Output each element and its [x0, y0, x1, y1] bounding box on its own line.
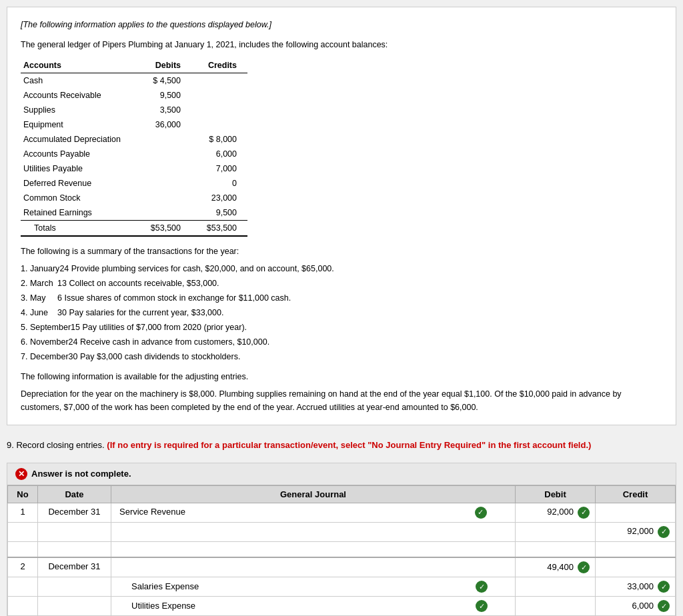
incomplete-icon: ✕ — [15, 468, 27, 480]
balance-account: Deferred Revenue — [21, 176, 141, 191]
entry-no — [8, 597, 38, 616]
table-row: 2December 31✓ — [8, 557, 676, 577]
th-credit: Credit — [596, 485, 676, 503]
txn-content: 13 Collect on accounts receivable, $53,0… — [57, 277, 662, 290]
col-header-debits: Debits — [141, 58, 194, 73]
balance-credit: 0 — [194, 176, 247, 191]
txn-content: 30 Pay salaries for the current year, $3… — [57, 306, 662, 319]
table-row: ✓✓ — [8, 597, 676, 616]
balance-credit: 7,000 — [194, 161, 247, 176]
entry-credit[interactable]: ✓ — [596, 597, 676, 616]
balance-debit: $53,500 — [141, 221, 194, 237]
balance-credit: 23,000 — [194, 191, 247, 205]
check-green-icon: ✓ — [475, 507, 487, 519]
entry-credit[interactable] — [596, 503, 676, 522]
balance-account: Accounts Payable — [21, 147, 141, 161]
th-gj: General Journal — [111, 485, 516, 503]
balance-credit: 9,500 — [194, 205, 247, 221]
debit-input[interactable] — [526, 562, 574, 572]
entry-no — [8, 522, 38, 541]
entry-account[interactable] — [111, 557, 516, 577]
balance-table: Accounts Debits Credits Cash$ 4,500Accou… — [21, 58, 247, 237]
entry-date: December 31 — [38, 557, 111, 577]
entry-date — [38, 577, 111, 597]
col-header-accounts: Accounts — [21, 58, 141, 73]
entry-account[interactable]: ✓ — [111, 597, 516, 616]
balance-debit — [141, 132, 194, 147]
empty-row — [8, 541, 676, 557]
question-text: 9. Record closing entries. (If no entry … — [7, 439, 676, 452]
txn-num: 3. May — [21, 291, 57, 305]
balance-debit: 9,500 — [141, 88, 194, 103]
balance-debit: $ 4,500 — [141, 73, 194, 89]
question-bold-red: (If no entry is required for a particula… — [107, 440, 591, 450]
entry-debit[interactable] — [516, 577, 596, 597]
entry-account[interactable]: ✓ — [111, 577, 516, 597]
balance-credit — [194, 88, 247, 103]
journal-table: No Date General Journal Debit Credit 1De… — [7, 485, 676, 617]
th-date: Date — [38, 485, 111, 503]
answer-container: ✕ Answer is not complete. No Date Genera… — [7, 463, 676, 617]
txn-num: 7. December — [21, 350, 69, 363]
transactions-section: The following is a summary of the transa… — [21, 245, 662, 363]
entry-account[interactable] — [111, 522, 516, 541]
txn-content: 24 Provide plumbing services for cash, $… — [59, 262, 662, 275]
transaction-row: 3. May6 Issue shares of common stock in … — [21, 291, 662, 305]
th-debit: Debit — [516, 485, 596, 503]
transaction-row: 4. June30 Pay salaries for the current y… — [21, 306, 662, 319]
debit-input[interactable] — [526, 507, 574, 517]
entry-credit[interactable]: ✓ — [596, 522, 676, 541]
transaction-row: 6. November24 Receive cash in advance fr… — [21, 335, 662, 349]
info-intro: The general ledger of Pipers Plumbing at… — [21, 38, 662, 51]
page-wrapper: [The following information applies to th… — [0, 0, 683, 616]
transaction-row: 2. March13 Collect on accounts receivabl… — [21, 277, 662, 290]
question-number: 9. — [7, 440, 14, 450]
entry-debit[interactable] — [516, 522, 596, 541]
entry-date — [38, 522, 111, 541]
balance-credit — [194, 73, 247, 89]
entry-debit[interactable]: ✓ — [516, 557, 596, 577]
account-input[interactable] — [131, 581, 472, 591]
balance-credit — [194, 103, 247, 117]
txn-content: 30 Pay $3,000 cash dividends to stockhol… — [69, 350, 662, 363]
credit-input[interactable] — [606, 601, 654, 611]
table-row: ✓✓ — [8, 577, 676, 597]
entry-debit[interactable]: ✓ — [516, 503, 596, 522]
entry-debit[interactable] — [516, 597, 596, 616]
transaction-row: 1. January24 Provide plumbing services f… — [21, 262, 662, 275]
adjusting-text: Depreciation for the year on the machine… — [21, 387, 662, 414]
balance-account: Equipment — [21, 117, 141, 132]
th-no: No — [8, 485, 38, 503]
transaction-row: 7. December30 Pay $3,000 cash dividends … — [21, 350, 662, 363]
balance-debit: 3,500 — [141, 103, 194, 117]
balance-account: Common Stock — [21, 191, 141, 205]
table-row: 1December 31✓✓ — [8, 503, 676, 522]
account-input[interactable] — [131, 601, 472, 611]
entry-date: December 31 — [38, 503, 111, 522]
adjusting-section: The following information is available f… — [21, 370, 662, 414]
balance-debit — [141, 191, 194, 205]
balance-account: Utilities Payable — [21, 161, 141, 176]
transactions-header: The following is a summary of the transa… — [21, 245, 662, 258]
adjusting-header: The following information is available f… — [21, 370, 662, 383]
account-input[interactable] — [119, 507, 471, 517]
check-green-icon: ✓ — [578, 561, 590, 573]
info-box: [The following information applies to th… — [7, 7, 676, 425]
balance-account: Accounts Receivable — [21, 88, 141, 103]
entry-no: 1 — [8, 503, 38, 522]
answer-header-text: Answer is not complete. — [31, 469, 131, 479]
check-green-icon: ✓ — [476, 600, 488, 612]
balance-credit: $53,500 — [194, 221, 247, 237]
check-green-icon: ✓ — [578, 507, 590, 519]
txn-content: 24 Receive cash in advance from customer… — [69, 335, 662, 349]
col-header-credits: Credits — [194, 58, 247, 73]
balance-account: Accumulated Depreciation — [21, 132, 141, 147]
entry-credit[interactable]: ✓ — [596, 577, 676, 597]
credit-input[interactable] — [606, 526, 654, 536]
credit-input[interactable] — [606, 581, 654, 591]
entry-date — [38, 597, 111, 616]
entry-account[interactable]: ✓ — [111, 503, 516, 522]
entry-credit[interactable] — [596, 557, 676, 577]
txn-num: 6. November — [21, 335, 69, 349]
transactions-list: 1. January24 Provide plumbing services f… — [21, 262, 662, 363]
